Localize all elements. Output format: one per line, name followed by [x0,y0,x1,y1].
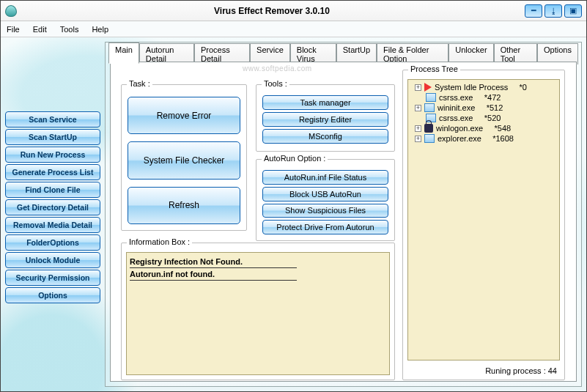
sidebar-options[interactable]: Options [5,287,100,303]
info-group: Information Box : Registry Infection Not… [121,243,395,380]
process-label: winlogon.exe *548 [436,124,511,133]
tree-item[interactable]: +System Idle Process *0 [410,82,557,92]
tree-legend: Process Tree [408,64,460,73]
lock-icon [424,124,433,133]
process-icon [426,93,436,102]
minimize-button[interactable]: ━ [525,4,542,18]
tab-strip: Main Autorun Detail Process Detail Servi… [108,42,578,63]
show-suspicious-files-button[interactable]: Show Suspicious Files [262,204,388,218]
process-tree[interactable]: +System Idle Process *0csrss.exe *472+wi… [407,79,560,360]
tools-legend: Tools : [262,79,289,88]
remove-error-button[interactable]: Remove Error [128,97,240,134]
tab-main[interactable]: Main [108,42,139,64]
menubar: File Edit Tools Help [1,21,586,37]
tools-group: Tools : Task manager Registry Editer MSc… [256,84,395,152]
watermark: www.softpedia.com [243,64,312,73]
menu-edit[interactable]: Edit [33,25,47,34]
autorun-group: AutoRun Option : AutoRun.inf File Status… [256,159,395,241]
block-usb-autorun-button[interactable]: Block USB AutoRun [262,187,388,201]
refresh-button[interactable]: Refresh [128,187,240,224]
expand-icon[interactable]: + [415,125,421,132]
sidebar-security-permission[interactable]: Security Permission [5,270,100,286]
info-line: Autorun.inf not found. [130,268,297,281]
info-legend: Information Box : [127,237,192,246]
protect-drive-button[interactable]: Protect Drive From Autorun [262,220,388,234]
process-label: System Idle Process *0 [435,83,527,92]
task-legend: Task : [127,79,152,88]
sidebar-get-directory-detail[interactable]: Get Directory Detail [5,199,100,215]
autorun-legend: AutoRun Option : [262,154,328,163]
expand-icon[interactable]: + [415,136,421,142]
content-area: Main Autorun Detail Process Detail Servi… [105,42,582,387]
system-file-checker-button[interactable]: System File Checker [128,141,240,179]
task-group: Task : Remove Error System File Checker … [121,84,247,231]
tree-item[interactable]: +explorer.exe *1608 [410,133,557,144]
msconfig-button[interactable]: MSconfig [262,129,388,144]
expand-icon[interactable]: + [415,84,421,91]
info-box: Registry Infection Not Found. Autorun.in… [126,252,390,375]
tree-item[interactable]: +winlogon.exe *548 [410,123,557,133]
sidebar-folder-options[interactable]: FolderOptions [5,234,100,251]
sidebar-find-clone-file[interactable]: Find Clone File [5,182,100,198]
sidebar: Scan Service Scan StartUp Run New Proces… [5,42,100,387]
process-icon [424,103,435,112]
menu-file[interactable]: File [7,25,20,34]
sidebar-generate-process-list[interactable]: Generate Process List [5,164,100,180]
tab-page-main: www.softpedia.com Task : Remove Error Sy… [110,62,577,382]
sidebar-run-new-process[interactable]: Run New Process [5,147,100,163]
window-title: Virus Effect Remover 3.0.10 [21,6,523,16]
task-manager-button[interactable]: Task manager [262,95,388,110]
tree-item[interactable]: csrss.exe *520 [410,113,557,123]
sidebar-scan-service[interactable]: Scan Service [5,111,100,127]
process-icon [424,134,435,143]
running-process-status: Runing process : 44 [485,366,557,375]
process-tree-group: Process Tree +System Idle Process *0csrs… [402,70,565,380]
info-line: Registry Infection Not Found. [130,256,297,268]
titlebar: Virus Effect Remover 3.0.10 ━ ⭳ ▣ [1,1,586,21]
process-label: explorer.exe *1608 [438,134,514,143]
sidebar-removal-media-detail[interactable]: Removal Media Detail [5,217,100,233]
sidebar-unlock-module[interactable]: Unlock Module [5,252,100,268]
sidebar-scan-startup[interactable]: Scan StartUp [5,129,100,145]
maximize-button[interactable]: ⭳ [544,4,562,18]
process-label: wininit.exe *512 [438,103,503,112]
expand-icon[interactable]: + [415,105,421,111]
close-button[interactable]: ▣ [564,4,582,18]
menu-tools[interactable]: Tools [60,25,79,34]
tree-item[interactable]: csrss.exe *472 [410,92,557,103]
autorun-status-button[interactable]: AutoRun.inf File Status [262,170,388,185]
arrow-icon [424,83,432,92]
menu-help[interactable]: Help [92,25,108,34]
process-label: csrss.exe *472 [439,93,501,102]
tree-item[interactable]: +wininit.exe *512 [410,103,557,113]
registry-editor-button[interactable]: Registry Editer [262,112,388,127]
process-label: csrss.exe *520 [439,114,501,122]
app-icon [5,5,17,17]
